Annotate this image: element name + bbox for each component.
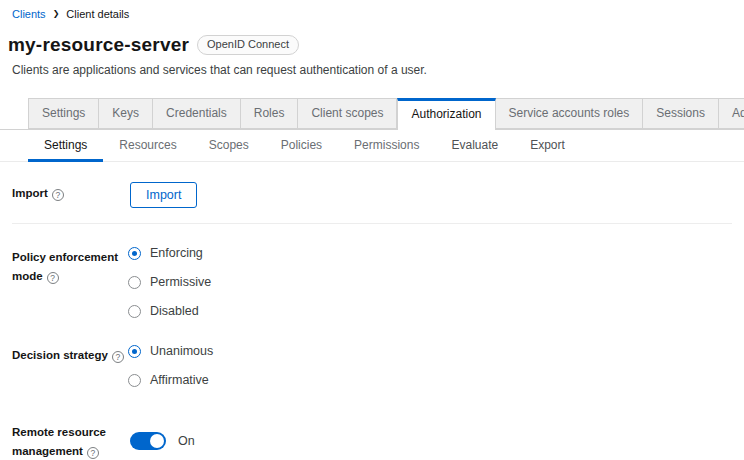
radio-label: Permissive (150, 275, 211, 289)
radio-unanimous[interactable]: Unanimous (128, 344, 732, 358)
page-title: my-resource-server (8, 34, 189, 56)
policy-enforcement-options: Enforcing Permissive Disabled (128, 246, 732, 318)
remote-resource-label-col: Remote resource management? (12, 421, 128, 460)
tab-credentials[interactable]: Credentials (153, 98, 241, 129)
section-divider (12, 223, 732, 224)
remote-resource-management-row: Remote resource management? On (12, 421, 732, 460)
decision-strategy-options: Unanimous Affirmative (128, 344, 732, 387)
subtab-export[interactable]: Export (514, 130, 581, 162)
radio-label: Disabled (150, 304, 199, 318)
page-subtitle: Clients are applications and services th… (0, 63, 744, 77)
breadcrumb-link-clients[interactable]: Clients (12, 8, 46, 20)
decision-strategy-label: Decision strategy (12, 349, 108, 361)
tab-sessions[interactable]: Sessions (643, 98, 719, 129)
authorization-settings-form: Import? Import Policy enforcement mode? … (0, 162, 744, 460)
subtab-policies[interactable]: Policies (265, 130, 338, 162)
toggle-knob-icon (150, 434, 164, 448)
policy-enforcement-mode-row: Policy enforcement mode? Enforcing Permi… (12, 246, 732, 318)
radio-selected-icon (128, 247, 141, 260)
help-icon[interactable]: ? (87, 447, 99, 459)
tab-roles[interactable]: Roles (241, 98, 299, 129)
radio-selected-icon (128, 345, 141, 358)
radio-label: Unanimous (150, 344, 213, 358)
subtab-evaluate[interactable]: Evaluate (435, 130, 514, 162)
authorization-subtabs: Settings Resources Scopes Policies Permi… (0, 130, 744, 162)
breadcrumb-separator-icon: ❯ (53, 10, 60, 18)
client-tabs-bar: Settings Keys Credentials Roles Client s… (0, 98, 744, 130)
toggle-state-label: On (178, 434, 195, 448)
tab-service-accounts-roles[interactable]: Service accounts roles (496, 98, 644, 129)
tab-settings[interactable]: Settings (28, 98, 99, 129)
decision-strategy-label-col: Decision strategy? (12, 344, 128, 387)
subtab-permissions[interactable]: Permissions (338, 130, 435, 162)
decision-strategy-row: Decision strategy? Unanimous Affirmative (12, 344, 732, 387)
import-row: Import? Import (12, 182, 732, 208)
help-icon[interactable]: ? (52, 189, 64, 201)
radio-label: Affirmative (150, 373, 209, 387)
remote-resource-toggle[interactable] (130, 432, 166, 450)
policy-enforcement-label-col: Policy enforcement mode? (12, 246, 128, 318)
policy-enforcement-mode-label: Policy enforcement mode (12, 251, 118, 282)
tab-authorization[interactable]: Authorization (397, 98, 495, 130)
remote-resource-control: On (128, 421, 732, 460)
client-tabs: Settings Keys Credentials Roles Client s… (28, 98, 744, 129)
tab-keys[interactable]: Keys (99, 98, 153, 129)
radio-enforcing[interactable]: Enforcing (128, 246, 732, 260)
radio-unselected-icon (128, 374, 141, 387)
page-header: my-resource-server OpenID Connect (0, 34, 744, 56)
import-button[interactable]: Import (130, 182, 197, 208)
tab-advanced[interactable]: Advanced (719, 98, 744, 129)
import-label-col: Import? (12, 182, 128, 208)
breadcrumb: Clients ❯ Client details (0, 8, 744, 20)
protocol-badge: OpenID Connect (197, 35, 299, 55)
radio-disabled[interactable]: Disabled (128, 304, 732, 318)
tab-client-scopes[interactable]: Client scopes (298, 98, 397, 129)
radio-affirmative[interactable]: Affirmative (128, 373, 732, 387)
client-details-page: Clients ❯ Client details my-resource-ser… (0, 0, 744, 460)
radio-label: Enforcing (150, 246, 203, 260)
import-control: Import (128, 182, 732, 208)
help-icon[interactable]: ? (47, 272, 59, 284)
subtab-resources[interactable]: Resources (103, 130, 192, 162)
import-label: Import (12, 187, 48, 199)
radio-unselected-icon (128, 276, 141, 289)
subtab-settings[interactable]: Settings (28, 130, 103, 162)
subtab-scopes[interactable]: Scopes (193, 130, 265, 162)
breadcrumb-current: Client details (66, 8, 129, 20)
radio-unselected-icon (128, 305, 141, 318)
help-icon[interactable]: ? (112, 351, 124, 363)
radio-permissive[interactable]: Permissive (128, 275, 732, 289)
